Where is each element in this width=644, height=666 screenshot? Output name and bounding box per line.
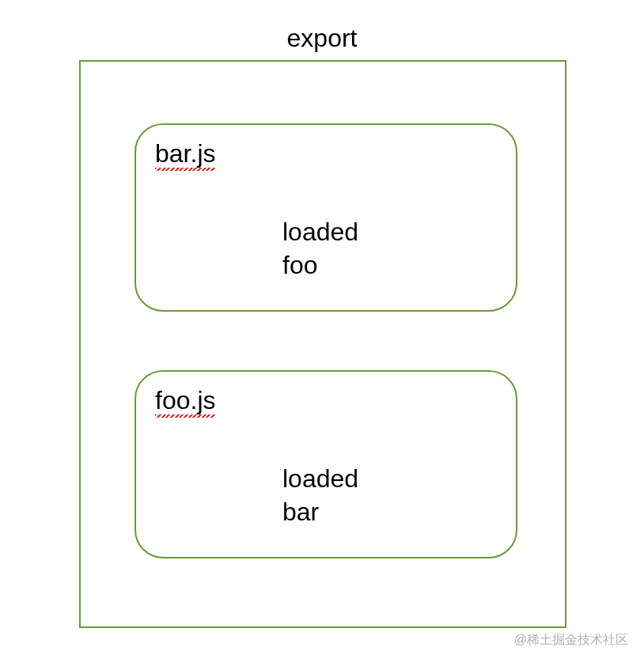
module-bar-content: loaded foo — [282, 216, 358, 282]
module-foo-filename-text: foo.js — [155, 386, 215, 415]
module-foo-content-line2: bar — [282, 496, 358, 529]
module-bar-content-line2: foo — [282, 249, 358, 282]
export-container: bar.js loaded foo foo.js loaded bar — [79, 60, 566, 628]
module-foo-filename: foo.js — [155, 386, 215, 415]
diagram-title: export — [0, 24, 644, 53]
module-bar-filename-text: bar.js — [155, 139, 215, 168]
watermark: @稀土掘金技术社区 — [514, 632, 628, 649]
module-bar-filename: bar.js — [155, 139, 215, 168]
module-bar-content-line1: loaded — [282, 216, 358, 249]
module-foo-content: loaded bar — [282, 463, 358, 528]
module-bar: bar.js loaded foo — [134, 123, 517, 312]
module-foo-content-line1: loaded — [282, 463, 358, 496]
module-foo: foo.js loaded bar — [134, 370, 517, 558]
